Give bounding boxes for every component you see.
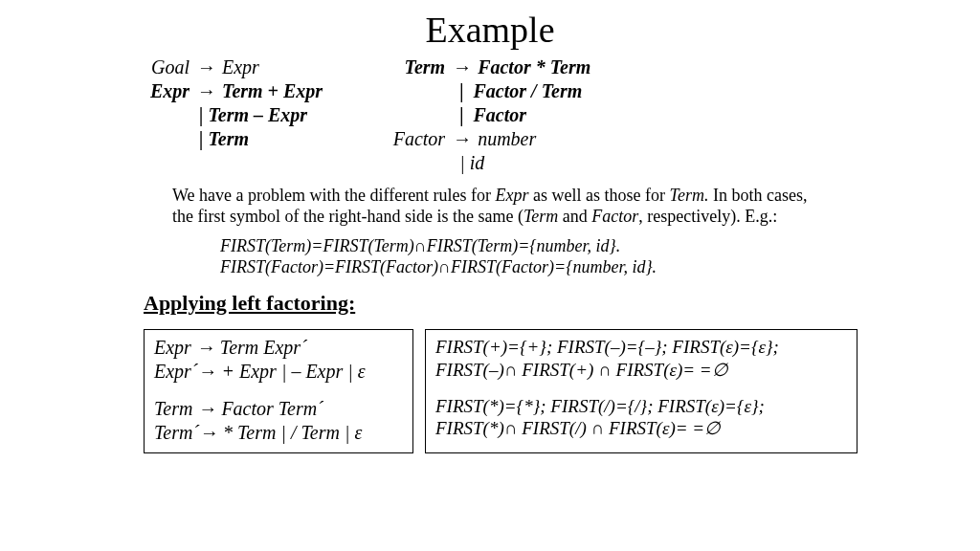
text-italic: Term. [670,186,709,205]
rhs: Factor / Term [474,80,583,101]
text: and [558,207,591,226]
grammar-col-left: Goal → Expr Expr → Term + Expr | Term – … [134,55,323,175]
first-sets-box: FIRST(+)={+}; FIRST(–)={–}; FIRST(ε)={ε}… [425,329,858,453]
rhs: Term – Expr [208,104,307,125]
pipe: | [459,104,463,125]
arrow-icon: → [450,128,473,149]
explanation-paragraph: We have a problem with the different rul… [172,185,827,228]
grammar-line: | id [390,151,590,175]
text-italic: Expr [496,186,529,205]
rhs: Term + Expr [222,80,323,101]
text-italic: Term [523,207,558,226]
first-sets-block: FIRST(Term)=FIRST(Term)∩FIRST(Term)={num… [220,235,942,278]
grammar-line: | Term – Expr [134,103,323,127]
rhs: number [478,128,536,149]
first-line: FIRST(Term)=FIRST(Term)∩FIRST(Term)={num… [220,235,942,257]
grammar-line: Goal → Expr [134,55,323,79]
pipe: | [459,152,465,173]
box-line: Expr´→ + Expr | – Expr | ε [154,360,403,384]
lhs: Expr [134,79,189,103]
box-line: Term → Factor Term´ [154,397,403,421]
grammar-line: Expr → Term + Expr [134,79,323,103]
box-line: Term´→ * Term | / Term | ε [154,421,403,445]
arrow-icon: → [194,56,217,77]
grammar-col-right: Term → Factor * Term | Factor / Term | F… [390,55,590,175]
text-italic: Factor [591,207,638,226]
section-heading: Applying left factoring: [144,290,942,317]
rhs: Factor * Term [478,56,590,77]
rhs: id [470,152,485,173]
grammar-line: | Term [134,127,323,151]
box-line: Expr → Term Expr´ [154,336,403,360]
box-row: Expr → Term Expr´ Expr´→ + Expr | – Expr… [144,329,942,453]
grammar-block: Goal → Expr Expr → Term + Expr | Term – … [134,55,942,175]
pipe: | [459,80,463,101]
lhs: Term [390,55,445,79]
text: , respectively). E.g.: [638,207,777,226]
box-line: FIRST(+)={+}; FIRST(–)={–}; FIRST(ε)={ε}… [435,336,847,359]
grammar-line: Term → Factor * Term [390,55,590,79]
first-line: FIRST(Factor)=FIRST(Factor)∩FIRST(Factor… [220,256,942,278]
grammar-line: | Factor / Term [390,79,590,103]
lhs: Factor [390,127,445,151]
box-line: FIRST(–)∩ FIRST(+) ∩ FIRST(ε)= =∅ [435,359,847,382]
box-line: FIRST(*)={*}; FIRST(/)={/}; FIRST(ε)={ε}… [435,395,847,418]
rhs: Expr [222,56,259,77]
lhs: Goal [134,55,189,79]
grammar-factored-box: Expr → Term Expr´ Expr´→ + Expr | – Expr… [144,329,413,453]
rhs: Factor [474,104,527,125]
slide-title: Example [38,8,942,54]
grammar-line: | Factor [390,103,590,127]
grammar-line: Factor → number [390,127,590,151]
text: We have a problem with the different rul… [172,186,496,205]
arrow-icon: → [450,56,473,77]
slide: Example Goal → Expr Expr → Term + Expr |… [0,0,980,473]
pipe: | [199,104,203,125]
arrow-icon: → [194,80,217,101]
pipe: | [199,128,203,149]
box-line: FIRST(*)∩ FIRST(/) ∩ FIRST(ε)= =∅ [435,417,847,440]
rhs: Term [208,128,249,149]
text: as well as those for [529,186,670,205]
